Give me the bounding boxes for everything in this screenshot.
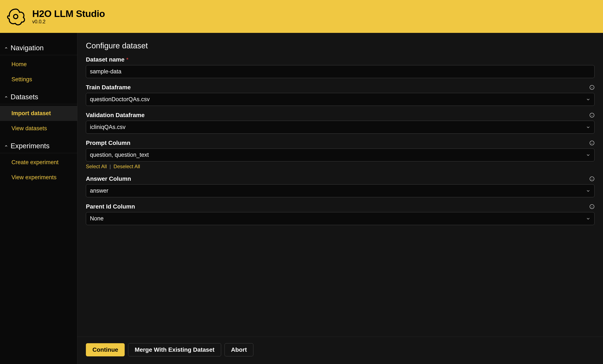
label-row: Parent Id Column: [86, 203, 594, 210]
merge-button[interactable]: Merge With Existing Dataset: [128, 343, 221, 356]
sidebar-item-label: View datasets: [12, 125, 47, 131]
sidebar-item-import-dataset[interactable]: Import dataset: [0, 106, 77, 121]
label-wrapper: Dataset name *: [86, 56, 128, 63]
form-group-dataset-name: Dataset name *: [86, 56, 594, 78]
deselect-all-link[interactable]: Deselect All: [114, 164, 140, 169]
section-title: Experiments: [11, 142, 49, 150]
label-row: Validation Dataframe: [86, 112, 594, 118]
abort-button[interactable]: Abort: [225, 343, 254, 356]
sidebar-item-label: Create experiment: [12, 159, 58, 165]
field-label: Train Dataframe: [86, 84, 131, 91]
sidebar-section-navigation: Navigation Home Settings: [0, 41, 77, 87]
chevron-up-icon: [4, 46, 8, 50]
label-row: Prompt Column: [86, 140, 594, 146]
field-label: Parent Id Column: [86, 203, 135, 210]
chevron-down-icon: [586, 188, 591, 193]
app-title: H2O LLM Studio: [32, 8, 105, 19]
sidebar-section-datasets: Datasets Import dataset View datasets: [0, 90, 77, 136]
train-dataframe-select[interactable]: questionDoctorQAs.csv: [86, 93, 594, 106]
section-header-datasets[interactable]: Datasets: [0, 90, 77, 104]
title-block: H2O LLM Studio v0.0.2: [32, 8, 105, 25]
answer-column-select[interactable]: answer: [86, 184, 594, 197]
sidebar-item-view-datasets[interactable]: View datasets: [0, 121, 77, 136]
sidebar-item-settings[interactable]: Settings: [0, 72, 77, 87]
chevron-down-icon: [586, 97, 591, 102]
sidebar-item-create-experiment[interactable]: Create experiment: [0, 155, 77, 170]
sidebar-item-label: Home: [12, 61, 27, 68]
form-group-answer-column: Answer Column answer: [86, 176, 594, 197]
svg-point-0: [13, 14, 18, 19]
content-area: Configure dataset Dataset name * Train D…: [77, 33, 603, 364]
chevron-up-icon: [4, 144, 8, 148]
continue-button[interactable]: Continue: [86, 343, 125, 356]
main-container: Navigation Home Settings Datasets: [0, 33, 603, 364]
dataset-name-input[interactable]: [86, 65, 594, 78]
label-row: Train Dataframe: [86, 84, 594, 91]
sidebar-item-view-experiments[interactable]: View experiments: [0, 170, 77, 185]
info-icon[interactable]: [590, 113, 594, 118]
section-header-experiments[interactable]: Experiments: [0, 139, 77, 153]
select-value: answer: [90, 188, 108, 194]
chevron-up-icon: [4, 95, 8, 99]
chevron-down-icon: [586, 153, 591, 157]
section-header-navigation[interactable]: Navigation: [0, 41, 77, 55]
sidebar-items: Home Settings: [0, 55, 77, 87]
sidebar-item-home[interactable]: Home: [0, 57, 77, 72]
logo-container: H2O LLM Studio v0.0.2: [5, 6, 105, 27]
sidebar-item-label: Import dataset: [12, 110, 51, 117]
required-asterisk: *: [126, 57, 128, 63]
sidebar-item-label: View experiments: [12, 174, 57, 180]
field-label: Prompt Column: [86, 140, 130, 146]
select-value: None: [90, 215, 104, 222]
info-icon[interactable]: [590, 141, 594, 145]
sidebar: Navigation Home Settings Datasets: [0, 33, 77, 364]
form-group-validation-dataframe: Validation Dataframe icliniqQAs.csv: [86, 112, 594, 134]
select-all-link[interactable]: Select All: [86, 164, 107, 169]
select-value: icliniqQAs.csv: [90, 124, 126, 130]
app-header: H2O LLM Studio v0.0.2: [0, 0, 603, 33]
info-icon[interactable]: [590, 85, 594, 90]
prompt-column-select[interactable]: question, question_text: [86, 149, 594, 161]
sidebar-items: Create experiment View experiments: [0, 153, 77, 185]
field-label: Answer Column: [86, 176, 131, 182]
chevron-down-icon: [586, 216, 591, 221]
info-icon[interactable]: [590, 176, 594, 181]
select-actions: Select All | Deselect All: [86, 164, 594, 169]
select-value: questionDoctorQAs.csv: [90, 96, 150, 103]
h2o-logo-icon: [5, 6, 26, 27]
action-separator: |: [109, 164, 111, 169]
validation-dataframe-select[interactable]: icliniqQAs.csv: [86, 121, 594, 134]
field-label: Dataset name: [86, 56, 125, 63]
page-title: Configure dataset: [86, 41, 594, 50]
content-scroll: Configure dataset Dataset name * Train D…: [77, 33, 603, 337]
section-title: Navigation: [11, 44, 44, 52]
chevron-down-icon: [586, 125, 591, 129]
info-icon[interactable]: [590, 204, 594, 209]
form-group-train-dataframe: Train Dataframe questionDoctorQAs.csv: [86, 84, 594, 106]
select-value: question, question_text: [90, 152, 149, 158]
app-version: v0.0.2: [32, 19, 105, 25]
footer-bar: Continue Merge With Existing Dataset Abo…: [77, 337, 603, 364]
parent-id-column-select[interactable]: None: [86, 212, 594, 225]
form-group-parent-id-column: Parent Id Column None: [86, 203, 594, 225]
field-label: Validation Dataframe: [86, 112, 145, 118]
label-row: Answer Column: [86, 176, 594, 182]
sidebar-items: Import dataset View datasets: [0, 104, 77, 136]
form-group-prompt-column: Prompt Column question, question_text Se…: [86, 140, 594, 169]
sidebar-section-experiments: Experiments Create experiment View exper…: [0, 139, 77, 185]
sidebar-item-label: Settings: [12, 76, 32, 82]
label-row: Dataset name *: [86, 56, 594, 63]
section-title: Datasets: [11, 93, 38, 101]
